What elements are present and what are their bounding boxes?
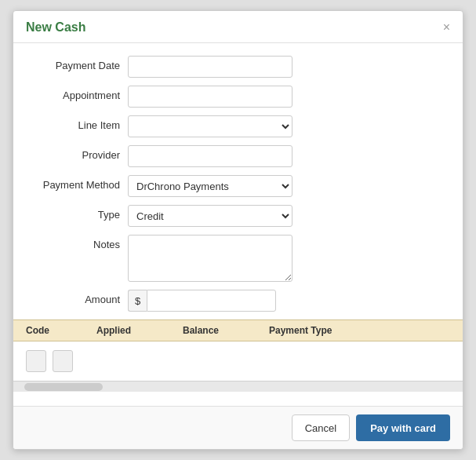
payment-date-row: Payment Date (13, 56, 463, 78)
col-applied: Applied (96, 325, 183, 336)
table-body (13, 341, 463, 381)
amount-input[interactable] (147, 290, 276, 312)
type-label: Type (26, 205, 128, 221)
payment-method-select[interactable]: DrChrono Payments Cash Check Other (128, 175, 293, 197)
table-header: Code Applied Balance Payment Type (13, 319, 463, 341)
line-item-select[interactable] (128, 115, 293, 137)
provider-input[interactable] (128, 145, 293, 167)
horizontal-scrollbar-thumb (24, 383, 103, 391)
amount-label: Amount (26, 290, 128, 305)
table-section: Code Applied Balance Payment Type (13, 319, 463, 381)
appointment-row: Appointment (13, 86, 463, 108)
table-action-btn-1[interactable] (26, 350, 46, 372)
appointment-label: Appointment (26, 86, 128, 101)
col-code: Code (26, 325, 96, 336)
provider-label: Provider (26, 145, 128, 161)
col-balance: Balance (183, 325, 269, 336)
line-item-row: Line Item (13, 115, 463, 137)
payment-date-input[interactable] (128, 56, 293, 78)
cancel-button[interactable]: Cancel (292, 414, 350, 441)
close-button[interactable]: × (443, 21, 450, 34)
payment-method-label: Payment Method (26, 175, 128, 191)
amount-row: Amount $ (13, 290, 463, 312)
modal-title: New Cash (26, 20, 85, 35)
modal-footer: Cancel Pay with card (13, 406, 463, 449)
pay-with-card-button[interactable]: Pay with card (356, 414, 450, 441)
amount-wrapper: $ (128, 290, 276, 312)
modal-header: New Cash × (13, 11, 463, 43)
notes-label: Notes (26, 235, 128, 250)
notes-row: Notes (13, 235, 463, 282)
col-payment-type: Payment Type (269, 325, 450, 336)
appointment-input[interactable] (128, 86, 293, 108)
horizontal-scrollbar[interactable] (13, 381, 463, 392)
type-select[interactable]: Credit Debit (128, 205, 293, 227)
table-action-btn-2[interactable] (53, 350, 73, 372)
notes-textarea[interactable] (128, 235, 293, 282)
modal-body: Payment Date Appointment Line Item Provi… (13, 43, 463, 406)
line-item-label: Line Item (26, 115, 128, 131)
type-row: Type Credit Debit (13, 205, 463, 227)
payment-method-row: Payment Method DrChrono Payments Cash Ch… (13, 175, 463, 197)
provider-row: Provider (13, 145, 463, 167)
payment-date-label: Payment Date (26, 56, 128, 71)
new-cash-modal: New Cash × Payment Date Appointment Line… (13, 10, 463, 450)
amount-prefix: $ (128, 290, 147, 312)
